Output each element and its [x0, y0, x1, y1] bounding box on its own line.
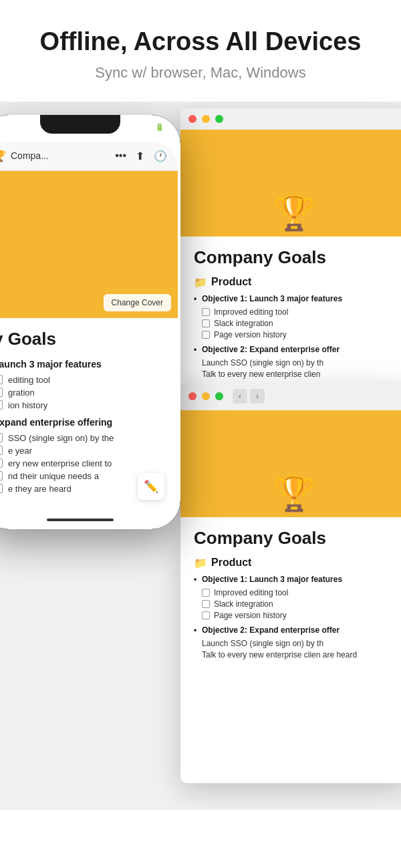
browser-checkbox-b3[interactable]: [202, 611, 210, 619]
browser-top-section: 📁 Product: [194, 276, 394, 289]
browser-bottom-page-title: Company Goals: [194, 528, 394, 549]
browser-top-check-1: Improved editing tool: [194, 307, 394, 317]
item-text-4: SSO (single sign on) by the: [8, 433, 114, 443]
maximize-button-2[interactable]: [215, 392, 223, 400]
browser-top-content: Company Goals 📁 Product Objective 1: Lau…: [180, 237, 401, 392]
browser-top-item-1: Improved editing tool: [214, 307, 288, 317]
edit-icon: ✏️: [144, 479, 158, 494]
browser-top-cover: 🏆: [180, 130, 401, 237]
browser-top-obj2: Objective 2: Expand enterprise offer: [194, 345, 394, 354]
phone-item-2: gration: [0, 388, 167, 398]
item-text-1: editing tool: [8, 375, 50, 385]
browser-checkbox-2[interactable]: [202, 319, 210, 327]
minimize-button[interactable]: [202, 115, 210, 123]
browser-top-check-3: Page version history: [194, 330, 394, 339]
trophy-icon-bottom: 🏆: [273, 477, 315, 511]
minimize-button-2[interactable]: [202, 392, 210, 400]
phone-page-title: y Goals: [0, 329, 167, 349]
browser-bottom-item-4: Launch SSO (single sign on) by th: [202, 639, 323, 648]
browser-top-item-5: Talk to every new enterprise clien: [202, 370, 320, 379]
browser-top-window: 🏆 Company Goals 📁 Product Objective 1: L…: [180, 108, 401, 396]
history-button[interactable]: 🕐: [154, 150, 167, 162]
browser-top-item-2: Slack integration: [214, 319, 273, 328]
phone-item-5: e year: [0, 446, 167, 456]
browser-checkbox-b1[interactable]: [202, 589, 210, 597]
checkbox-3[interactable]: [0, 400, 3, 410]
browser-bottom-obj2: Objective 2: Expand enterprise offer: [194, 625, 394, 635]
phone-cover-image: Change Cover: [0, 171, 178, 318]
phone-actions[interactable]: ••• ⬆ 🕐: [115, 150, 167, 162]
trophy-icon-top: 🏆: [273, 196, 315, 230]
checkbox-7[interactable]: [0, 471, 3, 480]
close-button[interactable]: [188, 115, 196, 123]
phone-item-4: SSO (single sign on) by the: [0, 433, 167, 443]
tab-trophy-icon: 🏆: [0, 150, 7, 162]
more-options-button[interactable]: •••: [115, 150, 126, 162]
header-section: Offline, Across All Devices Sync w/ brow…: [0, 0, 401, 102]
phone-objective-1: Launch 3 major features: [0, 359, 167, 370]
item-text-2: gration: [8, 388, 35, 398]
item-text-5: e year: [8, 446, 32, 456]
browser-titlebar-top: [180, 108, 401, 130]
phone-screen: ▌▌▌ WiFi 🔋 🏆 Compa... ••• ⬆ 🕐: [0, 115, 180, 529]
phone-item-1: editing tool: [0, 375, 167, 385]
browser-bottom-section: 📁 Product: [194, 557, 394, 569]
browser-bottom-section-label: Product: [211, 557, 251, 569]
item-text-3: ion history: [8, 400, 47, 410]
checkbox-2[interactable]: [0, 388, 3, 397]
browser-bottom-cover: 🏆: [180, 410, 401, 517]
battery-icon: 🔋: [155, 123, 164, 132]
browser-bottom-item-3: Page version history: [214, 611, 287, 620]
browser-top-check-2: Slack integration: [194, 319, 394, 328]
browser-bottom-obj1: Objective 1: Launch 3 major features: [194, 575, 394, 584]
tab-title: Compa...: [11, 150, 115, 161]
browser-bottom-check-5: Talk to every new enterprise clien are h…: [194, 650, 394, 660]
edit-fab-button[interactable]: ✏️: [138, 473, 164, 500]
devices-section: ▌▌▌ WiFi 🔋 🏆 Compa... ••• ⬆ 🕐: [0, 102, 401, 810]
change-cover-button[interactable]: Change Cover: [104, 294, 171, 311]
browser-bottom-window: ‹ › 🏆 Company Goals 📁 Product Objective …: [180, 382, 401, 783]
browser-top-page-title: Company Goals: [194, 247, 394, 268]
phone-objective-2: Expand enterprise offering: [0, 417, 167, 428]
share-button[interactable]: ⬆: [136, 150, 144, 162]
item-text-8: e they are heard: [8, 484, 72, 494]
checkbox-1[interactable]: [0, 375, 3, 384]
maximize-button[interactable]: [215, 115, 223, 123]
checkbox-6[interactable]: [0, 458, 3, 468]
browser-checkbox-1[interactable]: [202, 308, 210, 316]
browser-bottom-item-5: Talk to every new enterprise clien are h…: [202, 650, 357, 660]
checkbox-4[interactable]: [0, 433, 3, 442]
phone-item-3: ion history: [0, 400, 167, 410]
phone-item-6: ery new enterprise client to: [0, 458, 167, 468]
browser-checkbox-3[interactable]: [202, 331, 210, 339]
wifi-icon: WiFi: [138, 123, 152, 131]
forward-button[interactable]: ›: [250, 389, 265, 404]
browser-bottom-check-3: Page version history: [194, 611, 394, 620]
phone-mockup: ▌▌▌ WiFi 🔋 🏆 Compa... ••• ⬆ 🕐: [0, 115, 180, 529]
close-button-2[interactable]: [188, 392, 196, 400]
browser-titlebar-bottom: ‹ ›: [180, 382, 401, 410]
signal-icon: ▌▌▌: [120, 123, 135, 131]
browser-nav: ‹ ›: [233, 389, 265, 404]
item-text-6: ery new enterprise client to: [8, 458, 112, 468]
browser-bottom-check-4: Launch SSO (single sign on) by th: [194, 639, 394, 648]
browser-checkbox-b2[interactable]: [202, 600, 210, 608]
main-title: Offline, Across All Devices: [13, 27, 388, 57]
phone-notch: [40, 115, 120, 134]
phone-toolbar: 🏆 Compa... ••• ⬆ 🕐: [0, 142, 178, 171]
browser-bottom-check-2: Slack integration: [194, 599, 394, 609]
browser-top-item-3: Page version history: [214, 330, 287, 339]
checkbox-8[interactable]: [0, 484, 3, 493]
browser-bottom-content: Company Goals 📁 Product Objective 1: Lau…: [180, 517, 401, 672]
back-button[interactable]: ‹: [233, 389, 247, 404]
browser-top-check-5: Talk to every new enterprise clien: [194, 370, 394, 379]
home-indicator: [47, 519, 114, 521]
browser-top-section-label: Product: [211, 276, 251, 288]
phone-inner-frame: ▌▌▌ WiFi 🔋 🏆 Compa... ••• ⬆ 🕐: [0, 118, 178, 527]
folder-icon-top: 📁: [194, 276, 207, 289]
checkbox-5[interactable]: [0, 446, 3, 455]
folder-icon-bottom: 📁: [194, 557, 207, 569]
phone-status-icons: ▌▌▌ WiFi 🔋: [120, 123, 164, 132]
browser-top-obj1: Objective 1: Launch 3 major features: [194, 294, 394, 303]
browser-top-check-4: Launch SSO (single sign on) by th: [194, 358, 394, 368]
